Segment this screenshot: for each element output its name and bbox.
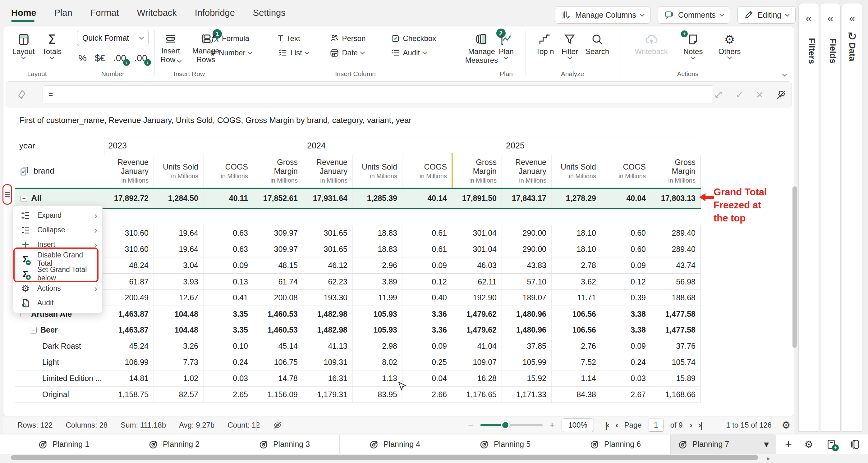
table-cell[interactable]: 1,479.62 — [452, 322, 502, 338]
add-sheet-button[interactable]: + — [785, 437, 792, 451]
table-cell[interactable]: 1,482.98 — [303, 322, 353, 338]
table-cell[interactable]: 2.76 — [552, 338, 601, 354]
table-cell[interactable]: 301.65 — [303, 241, 353, 257]
collapse-box-icon[interactable]: − — [21, 195, 27, 202]
next-page-button[interactable]: › — [690, 420, 691, 430]
menu-item-plan[interactable]: Plan — [54, 8, 72, 18]
data-panel[interactable]: « ↻ Data — [842, 3, 862, 432]
checkbox-column-button[interactable]: Checkbox — [388, 32, 450, 45]
table-cell[interactable]: 3.36 — [402, 322, 452, 338]
table-cell[interactable]: 301.04 — [452, 241, 502, 257]
table-cell[interactable]: 1,463.87 — [104, 306, 154, 322]
table-cell[interactable]: 14.81 — [104, 370, 154, 386]
table-cell[interactable]: 14.78 — [253, 370, 303, 386]
menu-item-writeback[interactable]: Writeback — [137, 8, 177, 18]
person-column-button[interactable]: Person — [327, 32, 380, 45]
table-cell[interactable]: 1,479.62 — [452, 306, 502, 322]
number-column-button[interactable]: #Number — [209, 46, 268, 60]
sheet-tab-planning-1[interactable]: Planning 1 — [9, 434, 119, 454]
fields-panel[interactable]: « Fields — [820, 3, 841, 432]
sheet-tab-planning-7[interactable]: Planning 7▼ — [671, 434, 776, 454]
table-cell[interactable]: 1,460.53 — [253, 306, 303, 322]
collapse-box-icon[interactable]: − — [30, 327, 37, 333]
comments-button[interactable]: Comments — [658, 6, 730, 24]
table-cell[interactable]: 2.78 — [552, 258, 601, 273]
plan-button[interactable]: Plan — [496, 32, 517, 60]
notes-button[interactable]: + Notes — [680, 32, 706, 60]
menu-item-infobridge[interactable]: Infobridge — [195, 8, 235, 18]
table-settings-gear-icon[interactable]: ⚙ — [782, 419, 790, 431]
table-cell[interactable]: 82.57 — [154, 387, 204, 402]
table-cell[interactable]: 0.10 — [204, 338, 253, 354]
formula-column-button[interactable]: ƒxFormula — [209, 32, 268, 45]
insert-row-button[interactable]: Insert Row — [155, 31, 186, 65]
row-drag-handle[interactable] — [2, 184, 12, 205]
table-cell[interactable]: 61.87 — [104, 274, 154, 289]
table-cell[interactable]: 0.12 — [601, 274, 651, 289]
table-cell[interactable]: 0.04 — [402, 370, 452, 386]
table-cell[interactable]: 18.10 — [552, 225, 601, 241]
table-cell[interactable]: 19.64 — [154, 241, 204, 257]
menu-item-format[interactable]: Format — [90, 8, 119, 18]
table-cell[interactable]: 1,480.96 — [502, 322, 552, 338]
table-cell[interactable]: 15.92 — [502, 370, 552, 386]
table-cell[interactable]: 37.85 — [502, 338, 552, 354]
grand-total-cell[interactable]: 17,891.50 — [452, 189, 502, 208]
totals-button[interactable]: Σ Totals — [39, 32, 65, 60]
table-cell[interactable]: 200.08 — [253, 290, 303, 305]
confirm-formula-icon[interactable]: ✓ — [736, 90, 743, 100]
table-cell[interactable]: 290.00 — [502, 241, 552, 257]
zoom-slider-thumb[interactable] — [501, 421, 510, 429]
table-cell[interactable]: 200.49 — [104, 290, 154, 305]
table-cell[interactable]: 2.96 — [353, 258, 402, 273]
table-cell[interactable]: 11.99 — [353, 290, 402, 305]
search-button[interactable]: Search — [582, 32, 612, 57]
table-cell[interactable]: 105.93 — [353, 322, 402, 338]
table-cell[interactable]: 1,179.31 — [303, 387, 353, 402]
table-cell[interactable]: 0.40 — [402, 290, 452, 305]
grand-total-cell[interactable]: 17,852.61 — [253, 189, 303, 208]
table-cell[interactable]: 3.38 — [601, 322, 651, 338]
measure-header-cell[interactable]: Units Soldin Millions — [353, 155, 402, 188]
grand-total-cell[interactable]: 1,284.50 — [154, 189, 204, 208]
layout-button[interactable]: Layout — [9, 32, 38, 60]
table-cell[interactable]: 7.73 — [154, 354, 204, 370]
measure-header-cell[interactable]: Revenue Januaryin Millions — [104, 155, 154, 188]
collapse-left-icon[interactable]: « — [820, 12, 840, 24]
menu-item-expand[interactable]: Expand› — [13, 208, 102, 223]
list-column-button[interactable]: List — [276, 46, 319, 60]
table-cell[interactable]: 106.56 — [552, 322, 601, 338]
table-cell[interactable]: 19.64 — [154, 225, 204, 241]
table-cell[interactable]: 0.60 — [601, 241, 651, 257]
table-cell[interactable]: 15.89 — [651, 370, 701, 386]
table-cell[interactable]: 1.02 — [154, 370, 204, 386]
table-cell[interactable]: 193.30 — [303, 290, 353, 305]
table-cell[interactable]: 1,480.96 — [502, 306, 552, 322]
audit-column-button[interactable]: Audit — [388, 46, 450, 60]
table-cell[interactable]: 0.13 — [204, 274, 253, 289]
grand-total-cell[interactable]: 17,931.64 — [303, 189, 353, 208]
table-cell[interactable]: 41.04 — [452, 338, 502, 354]
table-cell[interactable]: 105.74 — [651, 354, 701, 370]
measure-header-cell[interactable]: COGSin Millions — [402, 155, 452, 188]
grand-total-cell[interactable]: 1,278.29 — [552, 189, 601, 208]
page-input[interactable]: 1 — [649, 419, 663, 432]
table-cell[interactable]: 2.65 — [204, 387, 253, 402]
table-cell[interactable]: 41.13 — [303, 338, 353, 354]
top-n-button[interactable]: Top n — [533, 32, 557, 57]
table-cell[interactable]: 3.36 — [402, 306, 452, 322]
table-cell[interactable]: 8.02 — [353, 354, 402, 370]
collapse-left-icon[interactable]: « — [842, 12, 862, 24]
table-cell[interactable]: 57.10 — [502, 274, 552, 289]
measure-header-cell[interactable]: Gross Marginin Millions — [253, 155, 303, 188]
table-cell[interactable]: 1,156.09 — [253, 387, 303, 402]
row-label-cell[interactable]: Light — [15, 354, 104, 370]
ribbon-collapse-button[interactable] — [783, 71, 786, 77]
eye-slash-icon[interactable] — [273, 421, 282, 430]
table-cell[interactable]: 0.03 — [601, 370, 651, 386]
table-cell[interactable]: 45.14 — [253, 338, 303, 354]
table-cell[interactable]: 3.89 — [353, 274, 402, 289]
manage-columns-button[interactable]: Manage Columns — [555, 6, 650, 24]
table-cell[interactable]: 301.65 — [303, 225, 353, 241]
table-cell[interactable]: 301.04 — [452, 225, 502, 241]
